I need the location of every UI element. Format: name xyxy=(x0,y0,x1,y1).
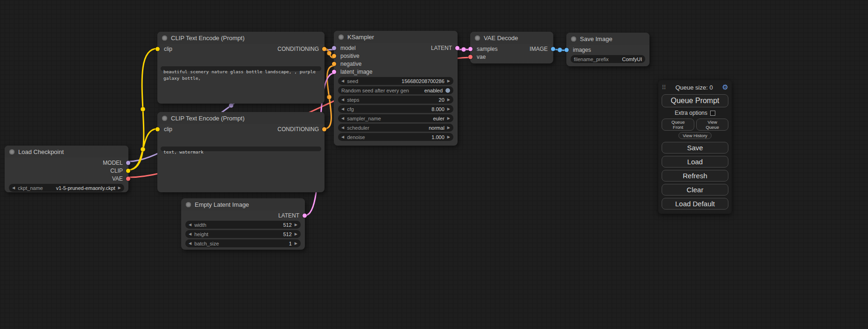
arrow-left-icon[interactable]: ◀ xyxy=(189,223,191,227)
slot-row: vae xyxy=(470,53,553,61)
arrow-right-icon[interactable]: ▶ xyxy=(295,232,297,236)
load-button[interactable]: Load xyxy=(662,156,728,168)
menu-header: ⠿ Queue size: 0 ⚙ xyxy=(662,82,728,92)
arrow-right-icon[interactable]: ▶ xyxy=(447,117,450,120)
link-midpoint-dot xyxy=(327,51,332,56)
arrow-right-icon[interactable]: ▶ xyxy=(447,79,450,83)
arrow-right-icon[interactable]: ▶ xyxy=(295,223,297,227)
input-port-positive[interactable] xyxy=(332,54,336,58)
sampler-name-widget[interactable]: ◀ sampler_name euler ▶ xyxy=(338,114,453,122)
ckpt-name-widget[interactable]: ◀ ckpt_name v1-5-pruned-emaonly.ckpt ▶ xyxy=(9,184,124,192)
output-port-conditioning[interactable] xyxy=(322,127,326,131)
random-seed-toggle-widget[interactable]: Random seed after every gen enabled xyxy=(338,86,453,94)
arrow-right-icon[interactable]: ▶ xyxy=(447,98,450,102)
settings-gear-icon[interactable]: ⚙ xyxy=(722,83,728,91)
node-load-checkpoint[interactable]: Load Checkpoint MODEL CLIP VAE ◀ ckpt_na… xyxy=(5,146,128,192)
node-clip-text-encode-positive[interactable]: CLIP Text Encode (Prompt) clip CONDITION… xyxy=(157,32,325,104)
widget-label: batch_size xyxy=(194,241,219,246)
node-titlebar[interactable]: VAE Decode xyxy=(470,32,553,44)
toggle-on-icon[interactable] xyxy=(445,88,450,93)
graph-canvas[interactable]: { "colors": { "MODEL": "#b39ddb", "CLIP"… xyxy=(0,0,868,329)
node-clip-text-encode-negative[interactable]: CLIP Text Encode (Prompt) clip CONDITION… xyxy=(157,112,325,192)
slot-label: LATENT xyxy=(431,45,452,51)
steps-widget[interactable]: ◀ steps 20 ▶ xyxy=(338,96,453,104)
slot-label: MODEL xyxy=(103,160,123,166)
prompt-textarea[interactable]: beautiful scenery nature glass bottle la… xyxy=(161,66,321,71)
collapse-dot-icon[interactable] xyxy=(162,35,167,41)
slot-label: samples xyxy=(477,46,498,52)
arrow-right-icon[interactable]: ▶ xyxy=(295,242,297,245)
view-history-button[interactable]: View History xyxy=(678,132,712,139)
node-empty-latent-image[interactable]: Empty Latent Image LATENT ◀ width 512 ▶ … xyxy=(181,198,305,250)
history-buttons-row: View History xyxy=(662,132,728,139)
filename-prefix-widget[interactable]: filename_prefix ComfyUI xyxy=(571,55,645,63)
clear-button[interactable]: Clear xyxy=(662,184,728,196)
node-titlebar[interactable]: Empty Latent Image xyxy=(181,198,305,210)
queue-prompt-button[interactable]: Queue Prompt xyxy=(662,94,728,107)
node-titlebar[interactable]: KSampler xyxy=(334,31,458,43)
output-port-latent[interactable] xyxy=(455,46,459,50)
input-port-samples[interactable] xyxy=(468,47,473,51)
arrow-left-icon[interactable]: ◀ xyxy=(341,79,344,83)
output-port-conditioning[interactable] xyxy=(322,47,326,51)
input-port-clip[interactable] xyxy=(155,47,160,51)
width-widget[interactable]: ◀ width 512 ▶ xyxy=(185,221,301,229)
save-button[interactable]: Save xyxy=(662,142,728,154)
batch-size-widget[interactable]: ◀ batch_size 1 ▶ xyxy=(185,239,301,247)
arrow-left-icon[interactable]: ◀ xyxy=(189,242,191,245)
input-port-model[interactable] xyxy=(332,46,336,50)
denoise-widget[interactable]: ◀ denoise 1.000 ▶ xyxy=(338,133,453,141)
view-queue-button[interactable]: View Queue xyxy=(696,119,728,131)
collapse-dot-icon[interactable] xyxy=(339,35,344,40)
widget-label: width xyxy=(194,222,206,228)
arrow-left-icon[interactable]: ◀ xyxy=(341,117,344,120)
slot-row: clip CONDITIONING xyxy=(157,125,325,133)
load-default-button[interactable]: Load Default xyxy=(662,198,728,210)
output-port-model[interactable] xyxy=(126,161,130,165)
arrow-right-icon[interactable]: ▶ xyxy=(447,135,450,139)
queue-front-button[interactable]: Queue Front xyxy=(662,119,694,131)
output-port-vae[interactable] xyxy=(126,176,130,181)
refresh-button[interactable]: Refresh xyxy=(662,170,728,182)
slot-label: LATENT xyxy=(278,212,299,219)
node-ksampler[interactable]: KSampler model LATENT positive negative … xyxy=(334,31,458,146)
arrow-left-icon[interactable]: ◀ xyxy=(189,232,191,236)
input-port-negative[interactable] xyxy=(332,62,336,66)
collapse-dot-icon[interactable] xyxy=(9,149,14,154)
seed-widget[interactable]: ◀ seed 156680208700286 ▶ xyxy=(338,77,453,85)
node-titlebar[interactable]: CLIP Text Encode (Prompt) xyxy=(157,32,325,44)
arrow-left-icon[interactable]: ◀ xyxy=(341,107,344,111)
prompt-textarea[interactable]: text, watermark xyxy=(161,147,321,151)
node-titlebar[interactable]: Save Image xyxy=(566,33,649,45)
node-vae-decode[interactable]: VAE Decode samples IMAGE vae xyxy=(470,32,553,63)
input-port-latent-image[interactable] xyxy=(332,70,336,74)
height-widget[interactable]: ◀ height 512 ▶ xyxy=(185,230,301,238)
arrow-right-icon[interactable]: ▶ xyxy=(447,126,450,130)
drag-handle-icon[interactable]: ⠿ xyxy=(662,84,666,91)
arrow-left-icon[interactable]: ◀ xyxy=(341,98,344,102)
arrow-left-icon[interactable]: ◀ xyxy=(341,126,344,130)
extra-options-checkbox[interactable] xyxy=(710,111,715,116)
node-titlebar[interactable]: Load Checkpoint xyxy=(5,146,128,158)
node-title: KSampler xyxy=(347,34,374,41)
node-save-image[interactable]: Save Image images filename_prefix ComfyU… xyxy=(566,33,649,66)
cfg-widget[interactable]: ◀ cfg 8.000 ▶ xyxy=(338,105,453,113)
arrow-right-icon[interactable]: ▶ xyxy=(447,107,450,111)
collapse-dot-icon[interactable] xyxy=(162,116,167,121)
scheduler-widget[interactable]: ◀ scheduler normal ▶ xyxy=(338,124,453,132)
slot-label: model xyxy=(340,45,356,51)
slot-label: latent_image xyxy=(340,69,373,75)
output-port-clip[interactable] xyxy=(126,168,130,173)
input-port-vae[interactable] xyxy=(468,55,473,59)
output-port-image[interactable] xyxy=(551,47,555,51)
arrow-left-icon[interactable]: ◀ xyxy=(341,135,344,139)
output-port-latent[interactable] xyxy=(303,213,307,217)
collapse-dot-icon[interactable] xyxy=(475,35,480,41)
arrow-left-icon[interactable]: ◀ xyxy=(12,186,15,190)
collapse-dot-icon[interactable] xyxy=(186,202,191,207)
collapse-dot-icon[interactable] xyxy=(571,36,576,42)
input-port-clip[interactable] xyxy=(155,127,160,131)
input-port-images[interactable] xyxy=(565,48,569,52)
node-titlebar[interactable]: CLIP Text Encode (Prompt) xyxy=(157,112,325,124)
arrow-right-icon[interactable]: ▶ xyxy=(118,186,121,190)
